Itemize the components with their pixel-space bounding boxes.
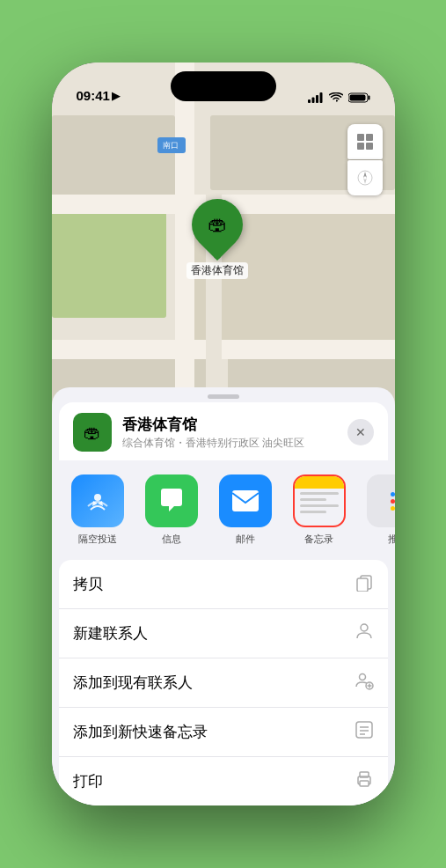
svg-point-12 <box>94 494 101 501</box>
mail-icon <box>219 474 272 527</box>
svg-rect-2 <box>316 95 318 103</box>
messages-label: 信息 <box>162 533 181 546</box>
battery-icon <box>348 92 370 103</box>
share-item-airdrop[interactable]: 隔空投送 <box>66 474 129 546</box>
map-controls[interactable] <box>347 124 383 195</box>
place-name: 香港体育馆 <box>122 415 337 435</box>
place-icon: 🏟 <box>73 413 112 452</box>
action-add-existing-contact[interactable]: 添加到现有联系人 <box>59 658 388 708</box>
person-icon <box>355 622 374 645</box>
road-label: 南口 <box>157 137 186 153</box>
compass-button[interactable] <box>347 160 383 195</box>
new-contact-label: 新建联系人 <box>73 623 148 644</box>
action-print[interactable]: 打印 <box>59 757 388 805</box>
status-icons <box>308 92 370 103</box>
copy-label: 拷贝 <box>73 574 103 594</box>
notes-label: 备忘录 <box>304 533 333 546</box>
svg-rect-27 <box>360 781 369 786</box>
map-layer-button[interactable] <box>347 124 383 159</box>
svg-rect-1 <box>311 98 314 104</box>
note-icon <box>355 720 374 744</box>
print-icon <box>355 769 374 793</box>
svg-rect-5 <box>368 96 369 100</box>
action-new-contact[interactable]: 新建联系人 <box>59 609 388 658</box>
signal-icon <box>308 92 324 103</box>
mail-label: 邮件 <box>236 533 255 546</box>
phone-screen: 09:41 ▶ <box>52 63 395 805</box>
add-existing-label: 添加到现有联系人 <box>73 673 193 693</box>
more-label: 推 <box>388 533 395 546</box>
status-time: 09:41 ▶ <box>77 88 120 103</box>
svg-rect-15 <box>357 578 368 592</box>
stadium-icon: 🏟 <box>208 213 227 236</box>
print-label: 打印 <box>73 771 103 791</box>
svg-rect-9 <box>357 143 364 150</box>
place-header: 🏟 香港体育馆 综合体育馆・香港特别行政区 油尖旺区 ✕ <box>59 402 388 460</box>
share-item-notes[interactable]: 备忘录 <box>288 474 351 546</box>
notes-icon <box>293 474 346 527</box>
svg-rect-0 <box>308 99 311 103</box>
copy-icon <box>355 572 374 596</box>
wifi-icon <box>329 92 343 103</box>
share-item-more[interactable]: 推 <box>362 474 395 546</box>
svg-rect-21 <box>356 722 372 738</box>
close-button[interactable]: ✕ <box>347 419 374 445</box>
phone-shell: 09:41 ▶ <box>52 63 395 805</box>
action-add-quick-note[interactable]: 添加到新快速备忘录 <box>59 708 388 757</box>
svg-rect-7 <box>357 134 364 141</box>
place-subtitle: 综合体育馆・香港特别行政区 油尖旺区 <box>122 436 337 451</box>
airdrop-label: 隔空投送 <box>78 533 117 546</box>
location-icon: ▶ <box>112 90 120 102</box>
svg-point-16 <box>361 624 368 631</box>
bottom-sheet: 🏟 香港体育馆 综合体育馆・香港特别行政区 油尖旺区 ✕ <box>52 387 395 805</box>
action-copy[interactable]: 拷贝 <box>59 560 388 609</box>
location-pin: 🏟 香港体育馆 <box>186 199 248 279</box>
svg-rect-6 <box>349 95 365 101</box>
pin-circle: 🏟 <box>180 188 252 261</box>
airdrop-icon <box>71 474 124 527</box>
more-dots <box>391 492 395 511</box>
pin-label: 香港体育馆 <box>186 262 248 279</box>
person-add-icon <box>355 671 374 695</box>
time-display: 09:41 <box>77 88 110 103</box>
action-list: 拷贝 新建联系人 <box>59 560 388 805</box>
stadium-pin-icon: 🏟 <box>84 423 101 443</box>
svg-rect-8 <box>366 134 373 141</box>
share-row: 隔空投送 信息 <box>52 460 395 553</box>
svg-rect-10 <box>366 143 373 150</box>
share-item-messages[interactable]: 信息 <box>140 474 203 546</box>
more-icon <box>367 474 395 527</box>
svg-rect-13 <box>232 490 259 511</box>
share-item-mail[interactable]: 邮件 <box>214 474 277 546</box>
sheet-handle <box>208 394 239 399</box>
svg-rect-3 <box>319 92 322 103</box>
place-info: 香港体育馆 综合体育馆・香港特别行政区 油尖旺区 <box>122 415 337 451</box>
svg-point-17 <box>359 674 365 680</box>
dynamic-island <box>171 71 276 101</box>
messages-icon <box>145 474 198 527</box>
quick-note-label: 添加到新快速备忘录 <box>73 722 208 742</box>
